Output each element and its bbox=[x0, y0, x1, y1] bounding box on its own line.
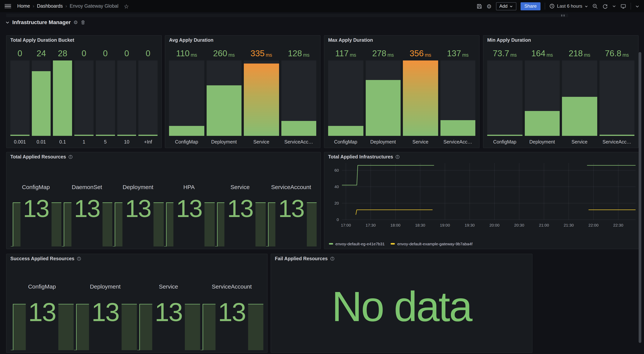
gauge-bar bbox=[117, 60, 136, 136]
menu-icon[interactable] bbox=[4, 4, 11, 8]
tv-mode-icon[interactable] bbox=[620, 3, 626, 9]
stat-cell-configmap: 13 ConfigMap bbox=[10, 162, 61, 246]
gauge-value: 117ms bbox=[328, 45, 363, 58]
svg-text:60: 60 bbox=[334, 168, 339, 173]
panel-info-icon[interactable] bbox=[68, 155, 73, 159]
panel-bucket: Total Apply Duration Bucket 0 0.001 24 0… bbox=[6, 35, 162, 148]
save-icon[interactable] bbox=[476, 3, 482, 9]
gauge-bar bbox=[599, 60, 634, 136]
breadcrumb-home[interactable]: Home bbox=[17, 3, 30, 9]
stat-cell-serviceaccount: 13 ServiceAccount bbox=[200, 263, 263, 350]
row-title[interactable]: Infrastructure Manager bbox=[12, 19, 71, 25]
gauge-bar bbox=[562, 60, 597, 136]
breadcrumb-dashboards[interactable]: Dashboards bbox=[37, 3, 63, 9]
panel-title[interactable]: Avg Apply Duration bbox=[169, 37, 214, 43]
gauge-column: 0 10 bbox=[117, 45, 136, 145]
stat-grid: 13 ConfigMap 13 DaemonSet 13 Deployment bbox=[10, 162, 317, 246]
stat-value-box: 13 bbox=[224, 197, 256, 246]
add-button[interactable]: Add bbox=[496, 2, 516, 10]
scrollbar[interactable] bbox=[639, 52, 641, 343]
stat-value: 13 bbox=[227, 197, 253, 220]
stat-value-box: 13 bbox=[152, 300, 185, 350]
panel-title[interactable]: Total Applied Infrastructures bbox=[328, 154, 393, 160]
refresh-interval-chevron-icon[interactable] bbox=[612, 4, 616, 8]
gauge-category-label: ServiceAcc… bbox=[440, 136, 475, 145]
gauge-category-label: 10 bbox=[117, 136, 136, 145]
stat-value-box: 13 bbox=[174, 197, 204, 246]
panel-title[interactable]: Success Applied Resources bbox=[10, 256, 74, 261]
gauge-value-unit: ms bbox=[303, 53, 310, 58]
row-collapse-chevron-icon[interactable] bbox=[5, 20, 10, 24]
stat-title: ConfigMap bbox=[10, 283, 74, 290]
gauge-value: 218ms bbox=[562, 45, 597, 58]
stat-value-box: 13 bbox=[20, 197, 51, 246]
gauge-value-unit: ms bbox=[425, 53, 431, 58]
stat-cell-service: 13 Service bbox=[214, 162, 266, 246]
gauge-bar bbox=[74, 60, 93, 136]
gauge-category-label: ServiceAcc… bbox=[281, 136, 316, 145]
svg-text:18:00: 18:00 bbox=[390, 223, 400, 227]
legend-item[interactable]: envoy-default-example-gateway-9b7aba4f bbox=[391, 241, 472, 246]
dashboard-row-header: Infrastructure Manager ⚙ bbox=[5, 19, 86, 25]
stat-title: DaemonSet bbox=[61, 184, 112, 190]
panel-title[interactable]: Min Apply Duration bbox=[487, 37, 531, 43]
gauge-value: 278ms bbox=[366, 45, 400, 58]
stat-value-box: 13 bbox=[122, 197, 154, 246]
panel-success_resources: Success Applied Resources 13 ConfigMap 1… bbox=[6, 254, 268, 353]
gauge-bar bbox=[96, 60, 115, 136]
row-settings-icon[interactable]: ⚙ bbox=[74, 20, 78, 25]
gauge-value: 0 bbox=[10, 45, 29, 58]
star-icon[interactable]: ☆ bbox=[124, 3, 129, 9]
divider bbox=[545, 3, 545, 9]
stat-value-box: 13 bbox=[276, 197, 307, 246]
stat-cell-configmap: 13 ConfigMap bbox=[10, 263, 74, 350]
stat-title: HPA bbox=[164, 184, 214, 190]
row-delete-icon[interactable] bbox=[80, 20, 86, 25]
gauge-column: 278ms Deployment bbox=[366, 45, 400, 145]
navbar-more-chevron-icon[interactable] bbox=[635, 4, 640, 8]
panel-title[interactable]: Max Apply Duration bbox=[328, 37, 373, 43]
stat-value-box: 13 bbox=[215, 300, 248, 350]
navbar-right: ⚙ Add Share Last 6 hours bbox=[476, 2, 640, 10]
stat-value: 13 bbox=[278, 197, 304, 220]
gauge-bar bbox=[281, 60, 316, 136]
divider bbox=[630, 3, 631, 9]
panel-title[interactable]: Total Applied Resources bbox=[10, 154, 66, 160]
gauge-value: 335ms bbox=[244, 45, 279, 58]
dashboard-settings-icon[interactable]: ⚙ bbox=[486, 3, 492, 9]
gauge-column: 218ms Service bbox=[562, 45, 597, 145]
legend-swatch-icon bbox=[329, 243, 333, 245]
panel-info-icon[interactable] bbox=[77, 256, 81, 261]
gauge-column: 0 0.001 bbox=[10, 45, 29, 145]
bar-gauge: 110ms ConfigMap 260ms Deployment 335ms S… bbox=[169, 45, 316, 145]
panel-title[interactable]: Fail Applied Resources bbox=[275, 256, 328, 261]
gauge-bar bbox=[10, 60, 29, 136]
gauge-category-label: Service bbox=[562, 136, 597, 145]
gauge-bar bbox=[138, 60, 158, 136]
chart-legend: envoy-default-eg-e41e7b31 envoy-default-… bbox=[329, 241, 472, 246]
dashboard-canvas: Infrastructure Manager ⚙ Total Apply Dur… bbox=[0, 12, 644, 354]
stat-value-box: 13 bbox=[71, 197, 102, 246]
panel-info-icon[interactable] bbox=[330, 256, 335, 261]
svg-text:20:30: 20:30 bbox=[514, 223, 524, 227]
navbar: Home › Dashboards › Envoy Gateway Global… bbox=[0, 0, 644, 12]
refresh-icon[interactable] bbox=[602, 3, 608, 9]
gauge-value-unit: ms bbox=[510, 53, 517, 58]
timeseries-chart[interactable]: 020406017:0017:3018:0018:3019:0019:3020:… bbox=[326, 162, 638, 238]
legend-swatch-icon bbox=[391, 243, 395, 245]
bar-gauge: 117ms ConfigMap 278ms Deployment 356ms S… bbox=[328, 45, 475, 145]
panel-drag-handle-icon[interactable] bbox=[561, 14, 565, 16]
stat-value: 13 bbox=[23, 197, 49, 220]
panel-info-icon[interactable] bbox=[396, 155, 400, 159]
breadcrumb: Home › Dashboards › Envoy Gateway Global bbox=[17, 3, 118, 9]
breadcrumb-current-dashboard[interactable]: Envoy Gateway Global bbox=[70, 3, 118, 9]
zoom-out-icon[interactable] bbox=[592, 3, 598, 9]
gauge-bar bbox=[366, 60, 400, 136]
gauge-bar bbox=[487, 60, 522, 136]
stat-title: ServiceAccount bbox=[200, 283, 263, 290]
legend-item[interactable]: envoy-default-eg-e41e7b31 bbox=[329, 241, 385, 246]
svg-text:22:30: 22:30 bbox=[613, 223, 623, 227]
share-button[interactable]: Share bbox=[520, 2, 540, 10]
time-range-picker[interactable]: Last 6 hours bbox=[549, 3, 588, 9]
panel-title[interactable]: Total Apply Duration Bucket bbox=[10, 37, 74, 43]
